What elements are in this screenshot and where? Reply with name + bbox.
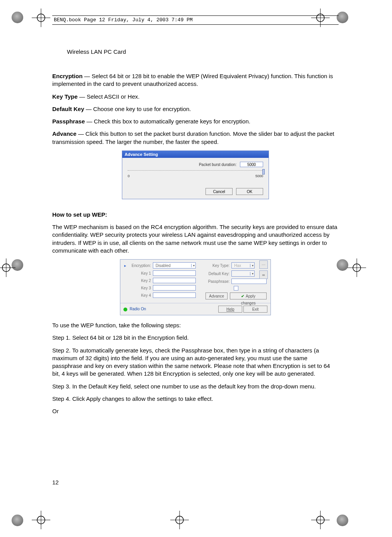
keytype-text: — Select ASCII or Hex. <box>78 93 140 100</box>
slider-track[interactable] <box>128 170 263 173</box>
key2-input[interactable] <box>153 278 196 283</box>
crosshair-icon <box>32 9 50 27</box>
advance-text: — Click this button to set the packet bu… <box>52 130 334 145</box>
wep-heading: How to set up WEP: <box>52 211 339 219</box>
step1: Step 1. Select 64 bit or 128 bit in the … <box>52 334 339 342</box>
passphrase-checkbox[interactable] <box>234 286 238 291</box>
check-icon: ✔ <box>241 294 244 298</box>
keytype-select-value: Hax <box>233 263 248 268</box>
panel-icon[interactable]: ∞ <box>259 270 268 279</box>
key4-input[interactable] <box>153 292 196 298</box>
chevron-down-icon: ▾ <box>191 264 195 267</box>
exit-button[interactable]: Exit <box>243 306 267 313</box>
wep-lead: To use the WEP function, take the follow… <box>52 322 339 329</box>
passphrase-label: Passphrase <box>52 118 85 125</box>
crop-disc <box>12 515 23 526</box>
wep-panel: ⋯ ∞ ▸ Encryption: Disabled ▾ Key 1 Key 2… <box>120 259 271 315</box>
crop-disc <box>12 12 23 23</box>
defaultkey-select[interactable]: ▾ <box>231 270 255 277</box>
book-stamp: BENQ.book Page 12 Friday, July 4, 2003 7… <box>52 15 339 25</box>
wep-intro: The WEP mechanism is based on the RC4 en… <box>52 223 339 255</box>
encryption-label: Encryption <box>52 73 82 79</box>
passphrase-input[interactable] <box>231 279 267 284</box>
apply-changes-button[interactable]: ✔Apply changes <box>230 292 267 299</box>
encryption-field-label: Encryption: <box>129 263 151 268</box>
advance-setting-dialog: Advance Setting Packet burst duration: 5… <box>122 150 269 199</box>
advance-button[interactable]: Advance <box>205 292 228 299</box>
help-button[interactable]: Help <box>218 306 242 313</box>
led-icon <box>123 308 127 311</box>
crop-disc <box>337 515 348 526</box>
ok-button[interactable]: OK <box>236 188 263 195</box>
step4: Step 4. Click Apply changes to allow the… <box>52 395 339 403</box>
chevron-down-icon: ▾ <box>250 264 253 267</box>
radio-status: Radio On <box>123 307 146 311</box>
key3-input[interactable] <box>153 285 196 291</box>
or-line: Or <box>52 407 339 415</box>
radio-on-label: Radio On <box>130 307 146 311</box>
wep-heading-text: How to set up WEP: <box>52 211 107 218</box>
key4-label: Key 4 <box>129 293 151 298</box>
defaultkey-label: Default Key <box>52 106 84 112</box>
panel-icon[interactable]: ⋯ <box>259 260 268 269</box>
chevron-down-icon: ▾ <box>250 272 253 275</box>
key1-input[interactable] <box>153 270 196 276</box>
slider-min: 0 <box>128 174 130 178</box>
crosshair-icon <box>170 511 189 529</box>
slider-max: 5000 <box>255 174 263 178</box>
step2: Step 2. To automatically generate keys, … <box>52 347 339 378</box>
keytype-label: Key Type <box>52 93 78 100</box>
dialog-title: Advance Setting <box>122 151 269 158</box>
passphrase-text: — Check this box to automatically genera… <box>85 118 250 125</box>
crosshair-icon <box>347 258 366 277</box>
para-encryption: Encryption — Select 64 bit or 128 bit to… <box>52 72 339 88</box>
key3-label: Key 3 <box>129 286 151 290</box>
arrow-icon: ▸ <box>124 263 127 268</box>
running-head: Wireless LAN PC Card <box>52 48 339 55</box>
para-advance: Advance — Click this button to set the p… <box>52 130 339 146</box>
packet-burst-label: Packet burst duration: <box>199 162 236 167</box>
encryption-select-value: Disabled <box>154 263 190 268</box>
para-keytype: Key Type — Select ASCII or Hex. <box>52 93 339 101</box>
crosshair-icon <box>311 511 330 529</box>
para-defaultkey: Default Key — Choose one key to use for … <box>52 105 339 113</box>
defaultkey-field-label: Default Key: <box>205 272 229 276</box>
keytype-field-label: Key Type: <box>205 263 229 268</box>
encryption-select[interactable]: Disabled ▾ <box>153 262 196 268</box>
packet-burst-value[interactable]: 5000 <box>240 162 263 167</box>
slider-thumb[interactable] <box>262 169 265 174</box>
advance-label: Advance <box>52 130 77 137</box>
crosshair-icon <box>0 258 15 277</box>
help-label: Help <box>226 307 235 311</box>
key1-label: Key 1 <box>129 271 151 275</box>
encryption-text: — Select 64 bit or 128 bit to enable the… <box>52 73 333 87</box>
passphrase-field-label: Passphrase: <box>205 279 229 284</box>
step3: Step 3. In the Default Key field, select… <box>52 383 339 390</box>
keytype-select[interactable]: Hax ▾ <box>231 262 255 268</box>
defaultkey-text: — Choose one key to use for encryption. <box>84 106 191 112</box>
cancel-button[interactable]: Cancel <box>205 188 233 195</box>
para-passphrase: Passphrase — Check this box to automatic… <box>52 118 339 125</box>
crosshair-icon <box>32 511 50 529</box>
key2-label: Key 2 <box>129 279 151 283</box>
page-number: 12 <box>52 479 59 486</box>
